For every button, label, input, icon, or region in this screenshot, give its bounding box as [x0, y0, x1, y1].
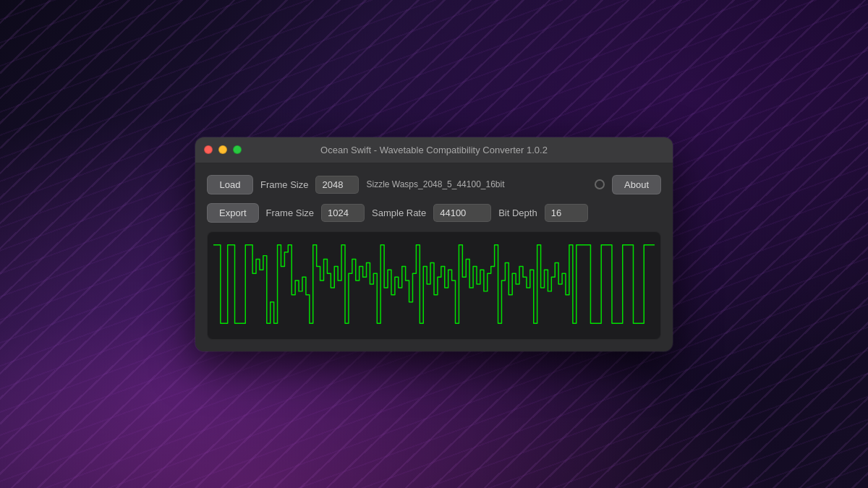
waveform-line — [213, 244, 655, 322]
waveform-svg — [213, 238, 655, 333]
app-window: Ocean Swift - Wavetable Compatibility Co… — [195, 137, 673, 351]
traffic-lights — [204, 145, 242, 154]
close-button[interactable] — [204, 145, 213, 154]
window-title: Ocean Swift - Wavetable Compatibility Co… — [320, 145, 548, 155]
row-export: Export Frame Size Sample Rate Bit Depth — [207, 203, 661, 223]
frame-size-label-2: Frame Size — [266, 207, 314, 218]
sample-rate-label: Sample Rate — [372, 207, 426, 218]
row-load: Load Frame Size Sizzle Wasps_2048_5_4410… — [207, 175, 661, 194]
about-button[interactable]: About — [612, 175, 661, 194]
frame-size-input-1[interactable] — [315, 176, 359, 194]
sample-rate-input[interactable] — [433, 204, 491, 222]
window-content: Load Frame Size Sizzle Wasps_2048_5_4410… — [195, 163, 673, 351]
load-button[interactable]: Load — [207, 175, 253, 194]
filename-label: Sizzle Wasps_2048_5_44100_16bit — [366, 179, 587, 189]
radio-indicator — [595, 179, 605, 189]
titlebar: Ocean Swift - Wavetable Compatibility Co… — [195, 137, 673, 163]
minimize-button[interactable] — [218, 145, 227, 154]
bit-depth-label: Bit Depth — [498, 207, 537, 218]
frame-size-label-1: Frame Size — [260, 179, 308, 190]
frame-size-input-2[interactable] — [321, 204, 365, 222]
maximize-button[interactable] — [233, 145, 242, 154]
bit-depth-input[interactable] — [545, 204, 588, 222]
waveform-display — [207, 231, 661, 340]
export-button[interactable]: Export — [207, 203, 259, 223]
